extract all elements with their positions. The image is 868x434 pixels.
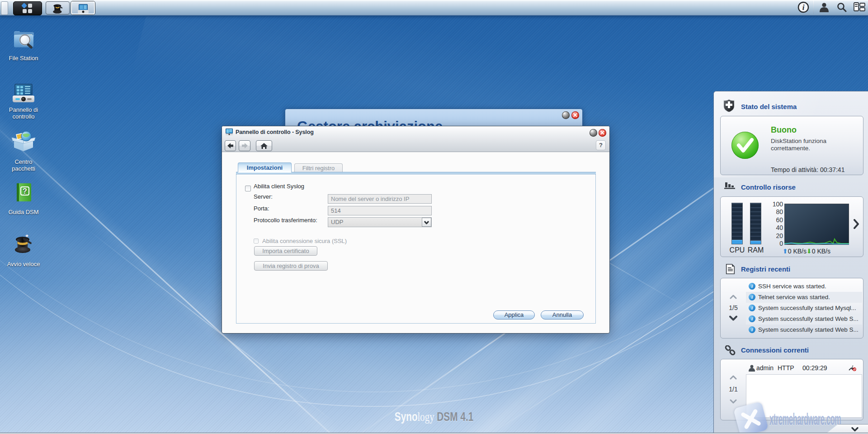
svg-text:?: ? xyxy=(23,187,27,195)
svg-text:i: i xyxy=(802,3,805,12)
